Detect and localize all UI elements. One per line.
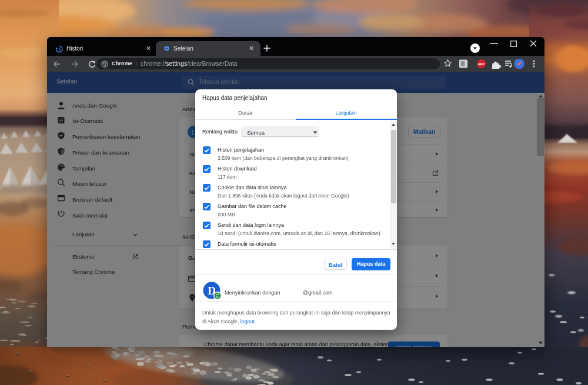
- svg-text:ABP: ABP: [478, 62, 485, 66]
